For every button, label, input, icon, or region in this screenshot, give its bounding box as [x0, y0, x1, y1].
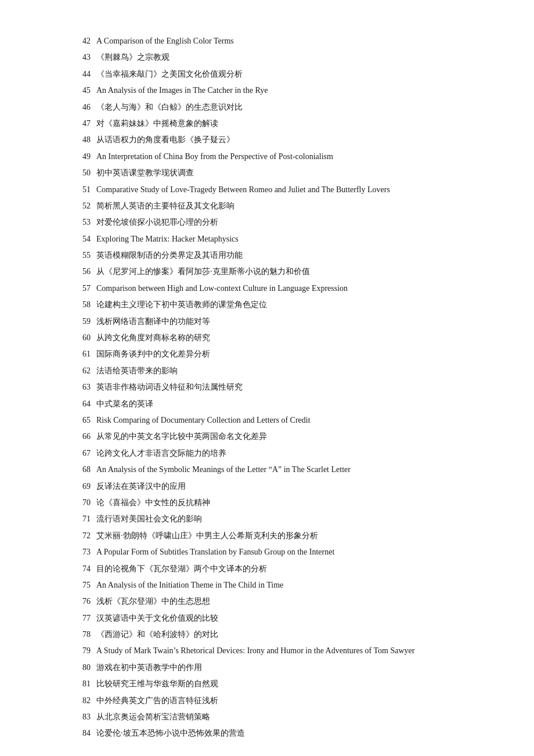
item-text: 法语给英语带来的影响: [96, 365, 459, 377]
item-text: Exploring The Matrix: Hacker Metaphysics: [96, 233, 459, 246]
item-text: 从话语权力的角度看电影《换子疑云》: [96, 134, 459, 146]
item-number: 73: [75, 546, 96, 559]
list-item: 51Comparative Study of Love-Tragedy Betw…: [75, 183, 459, 196]
item-number: 75: [75, 579, 96, 592]
item-text: 中式菜名的英译: [96, 398, 459, 411]
item-number: 56: [75, 265, 96, 278]
list-item: 84论爱伦·坡五本恐怖小说中恐怖效果的营造: [75, 727, 459, 740]
item-text: 对《嘉莉妹妹》中摇椅意象的解读: [96, 117, 459, 130]
list-item: 42A Comparison of the English Color Term…: [75, 35, 459, 48]
list-item: 65Risk Comparing of Documentary Collecti…: [75, 414, 459, 427]
item-text: 英语非作格动词语义特征和句法属性研究: [96, 381, 459, 394]
item-number: 82: [75, 694, 96, 707]
item-text: 中外经典英文广告的语言特征浅析: [96, 694, 459, 707]
item-number: 77: [75, 612, 96, 625]
item-number: 51: [75, 183, 96, 196]
item-text: 《当幸福来敲门》之美国文化价值观分析: [96, 68, 459, 81]
list-item: 55英语模糊限制语的分类界定及其语用功能: [75, 249, 459, 262]
list-item: 73A Popular Form of Subtitles Translatio…: [75, 546, 459, 559]
list-item: 79A Study of Mark Twain’s Rhetorical Dev…: [75, 645, 459, 657]
item-number: 65: [75, 414, 96, 427]
item-text: 游戏在初中英语教学中的作用: [96, 661, 459, 674]
list-item: 72艾米丽·勃朗特《呼啸山庄》中男主人公希斯克利夫的形象分析: [75, 530, 459, 542]
item-number: 50: [75, 167, 96, 179]
item-text: 对爱伦坡侦探小说犯罪心理的分析: [96, 216, 459, 229]
item-number: 78: [75, 628, 96, 641]
list-item: 67论跨文化人才非语言交际能力的培养: [75, 447, 459, 460]
item-text: 英语模糊限制语的分类界定及其语用功能: [96, 249, 459, 262]
item-text: 艾米丽·勃朗特《呼啸山庄》中男主人公希斯克利夫的形象分析: [96, 530, 459, 542]
item-text: Comparative Study of Love-Tragedy Betwee…: [96, 183, 459, 196]
item-text: An Interpretation of China Boy from the …: [96, 150, 459, 163]
item-number: 52: [75, 200, 96, 213]
item-text: A Popular Form of Subtitles Translation …: [96, 546, 459, 559]
item-number: 45: [75, 84, 96, 97]
item-text: A Comparison of the English Color Terms: [96, 35, 459, 48]
list-item: 64中式菜名的英译: [75, 398, 459, 411]
item-text: 《荆棘鸟》之宗教观: [96, 51, 459, 64]
item-text: 论跨文化人才非语言交际能力的培养: [96, 447, 459, 460]
item-number: 61: [75, 348, 96, 361]
item-number: 62: [75, 365, 96, 377]
item-text: 浅析《瓦尔登湖》中的生态思想: [96, 595, 459, 608]
item-text: 从《尼罗河上的惨案》看阿加莎·克里斯蒂小说的魅力和价值: [96, 265, 459, 278]
list-item: 78《西游记》和《哈利波特》的对比: [75, 628, 459, 641]
list-item: 74目的论视角下《瓦尔登湖》两个中文译本的分析: [75, 563, 459, 575]
item-number: 48: [75, 134, 96, 146]
item-text: 比较研究王维与华兹华斯的自然观: [96, 678, 459, 690]
item-number: 72: [75, 530, 96, 542]
item-text: Comparison between High and Low-context …: [96, 282, 459, 295]
list-item: 48从话语权力的角度看电影《换子疑云》: [75, 134, 459, 146]
item-number: 67: [75, 447, 96, 460]
item-number: 66: [75, 430, 96, 443]
list-item: 57Comparison between High and Low-contex…: [75, 282, 459, 295]
item-number: 57: [75, 282, 96, 295]
list-item: 82中外经典英文广告的语言特征浅析: [75, 694, 459, 707]
item-text: A Study of Mark Twain’s Rhetorical Devic…: [96, 645, 459, 657]
item-number: 54: [75, 233, 96, 246]
list-item: 50初中英语课堂教学现状调查: [75, 167, 459, 179]
item-number: 44: [75, 68, 96, 81]
item-text: 论爱伦·坡五本恐怖小说中恐怖效果的营造: [96, 727, 459, 740]
list-item: 69反译法在英译汉中的应用: [75, 480, 459, 493]
item-number: 80: [75, 661, 96, 674]
item-text: 初中英语课堂教学现状调查: [96, 167, 459, 179]
item-text: 反译法在英译汉中的应用: [96, 480, 459, 493]
item-number: 63: [75, 381, 96, 394]
item-number: 84: [75, 727, 96, 740]
item-number: 83: [75, 711, 96, 723]
item-number: 69: [75, 480, 96, 493]
item-text: 国际商务谈判中的文化差异分析: [96, 348, 459, 361]
list-item: 71流行语对美国社会文化的影响: [75, 513, 459, 525]
list-item: 44《当幸福来敲门》之美国文化价值观分析: [75, 68, 459, 81]
list-item: 63英语非作格动词语义特征和句法属性研究: [75, 381, 459, 394]
item-text: 从跨文化角度对商标名称的研究: [96, 332, 459, 344]
list-item: 80游戏在初中英语教学中的作用: [75, 661, 459, 674]
list-item: 61国际商务谈判中的文化差异分析: [75, 348, 459, 361]
item-text: 流行语对美国社会文化的影响: [96, 513, 459, 525]
list-item: 68An Analysis of the Symbolic Meanings o…: [75, 463, 459, 476]
item-number: 46: [75, 101, 96, 114]
item-number: 76: [75, 595, 96, 608]
list-item: 62法语给英语带来的影响: [75, 365, 459, 377]
item-number: 53: [75, 216, 96, 229]
item-number: 74: [75, 563, 96, 575]
list-item: 75An Analysis of the Initiation Theme in…: [75, 579, 459, 592]
item-number: 55: [75, 249, 96, 262]
item-number: 81: [75, 678, 96, 690]
item-number: 60: [75, 332, 96, 344]
list-item: 52简析黑人英语的主要特征及其文化影响: [75, 200, 459, 213]
item-number: 59: [75, 315, 96, 328]
item-number: 43: [75, 51, 96, 64]
item-number: 49: [75, 150, 96, 163]
list-item: 43《荆棘鸟》之宗教观: [75, 51, 459, 64]
list-item: 77汉英谚语中关于文化价值观的比较: [75, 612, 459, 625]
item-text: 从常见的中英文名字比较中英两国命名文化差异: [96, 430, 459, 443]
list-item: 76浅析《瓦尔登湖》中的生态思想: [75, 595, 459, 608]
item-text: Risk Comparing of Documentary Collection…: [96, 414, 459, 427]
item-number: 71: [75, 513, 96, 525]
item-number: 68: [75, 463, 96, 476]
items-list: 42A Comparison of the English Color Term…: [75, 35, 459, 744]
list-item: 59浅析网络语言翻译中的功能对等: [75, 315, 459, 328]
item-number: 58: [75, 298, 96, 311]
